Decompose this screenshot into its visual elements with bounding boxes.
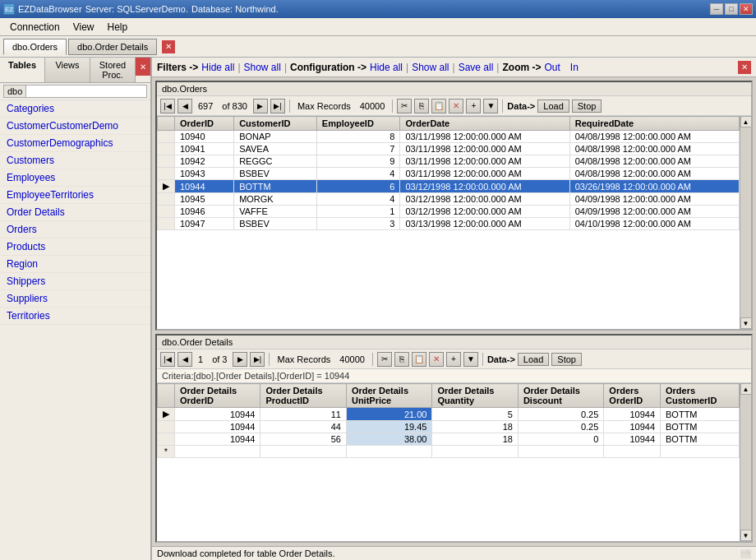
search-input[interactable] xyxy=(25,85,147,98)
cell-orderid: 10944 xyxy=(175,180,234,193)
maximize-button[interactable]: □ xyxy=(725,3,738,15)
zoom-in-link[interactable]: In xyxy=(570,62,579,73)
show-all-link[interactable]: Show all xyxy=(244,62,281,73)
table-row[interactable]: ▶ 10944 11 21.00 5 0.25 10944 BOTTM xyxy=(158,408,740,421)
det-nav-first-button[interactable]: |◀ xyxy=(160,352,175,367)
zoom-out-link[interactable]: Out xyxy=(544,62,560,73)
det-copy-icon[interactable]: ⎘ xyxy=(394,352,409,367)
title-bar: EZ EZDataBrowser Server: SQLServerDemo. … xyxy=(0,0,756,18)
tab-close-button[interactable]: ✕ xyxy=(162,40,175,53)
close-button[interactable]: ✕ xyxy=(740,3,753,15)
nav-prev-button[interactable]: ◀ xyxy=(177,99,192,113)
tab-order-details[interactable]: dbo.Order Details xyxy=(68,39,157,55)
max-label: Max Records xyxy=(294,101,354,111)
list-item[interactable]: Orders xyxy=(0,221,150,238)
orders-stop-button[interactable]: Stop xyxy=(572,100,602,113)
nav-last-button[interactable]: ▶| xyxy=(270,99,285,113)
cell-det-ord-orderid: 10944 xyxy=(604,408,661,421)
orders-scrollbar[interactable]: ▲ ▼ xyxy=(740,116,751,329)
filter-icon[interactable]: ▼ xyxy=(483,99,498,113)
cell-orderid: 10941 xyxy=(175,143,234,155)
tab-views[interactable]: Views xyxy=(45,58,90,82)
copy-icon[interactable]: ⎘ xyxy=(414,99,429,113)
det-filter-icon[interactable]: ▼ xyxy=(463,352,478,367)
table-row[interactable]: 10947 BSBEV 3 03/13/1998 12:00:00.000 AM… xyxy=(158,218,740,230)
panel-tabs: Tables Views Stored Proc. ✕ xyxy=(0,58,150,83)
cell-employeeid: 1 xyxy=(316,206,400,218)
det-add-icon[interactable]: + xyxy=(446,352,461,367)
orders-data-grid[interactable]: OrderID CustomerID EmployeeID OrderDate … xyxy=(157,116,740,329)
cell-det-orderid: 10944 xyxy=(175,421,260,433)
config-save-link[interactable]: Save all xyxy=(459,62,494,73)
panel-close-button[interactable]: ✕ xyxy=(136,58,150,76)
minimize-button[interactable]: ─ xyxy=(710,3,723,15)
table-row[interactable]: 10946 VAFFE 1 03/12/1998 12:00:00.000 AM… xyxy=(158,206,740,218)
list-item[interactable]: Products xyxy=(0,238,150,256)
cut-icon[interactable]: ✂ xyxy=(397,99,412,113)
det-scroll-up[interactable]: ▲ xyxy=(740,383,752,395)
row-indicator xyxy=(158,131,175,143)
tab-stored-proc[interactable]: Stored Proc. xyxy=(90,58,136,82)
details-data-grid[interactable]: Order DetailsOrderID Order DetailsProduc… xyxy=(157,383,740,541)
det-cut-icon[interactable]: ✂ xyxy=(377,352,392,367)
cell-customerid: BOTTM xyxy=(234,180,317,193)
tab-orders[interactable]: dbo.Orders xyxy=(3,39,67,55)
list-item[interactable]: Suppliers xyxy=(0,290,150,308)
tab-tables[interactable]: Tables xyxy=(0,58,45,82)
details-scrollbar[interactable]: ▲ ▼ xyxy=(740,383,751,541)
nav-next-button[interactable]: ▶ xyxy=(253,99,268,113)
list-item[interactable]: Shippers xyxy=(0,273,150,290)
det-nav-prev-button[interactable]: ◀ xyxy=(177,352,192,367)
details-thead: Order DetailsOrderID Order DetailsProduc… xyxy=(158,384,740,408)
cell-det-productid: 56 xyxy=(260,433,346,446)
hide-all-link[interactable]: Hide all xyxy=(201,62,234,73)
det-paste-icon[interactable]: 📋 xyxy=(412,352,426,367)
list-item[interactable]: Region xyxy=(0,256,150,273)
table-row[interactable]: 10940 BONAP 8 03/11/1998 12:00:00.000 AM… xyxy=(158,131,740,143)
scroll-up-arrow[interactable]: ▲ xyxy=(740,116,752,127)
list-item[interactable]: EmployeeTerritories xyxy=(0,187,150,204)
delete-icon[interactable]: ✕ xyxy=(449,99,463,113)
menu-view[interactable]: View xyxy=(67,20,101,35)
config-hide-link[interactable]: Hide all xyxy=(370,62,403,73)
filter-close-button[interactable]: ✕ xyxy=(738,61,751,74)
list-item[interactable]: Categories xyxy=(0,100,150,118)
det-scroll-down[interactable]: ▼ xyxy=(740,530,752,541)
orders-load-button[interactable]: Load xyxy=(537,100,569,113)
nav-first-button[interactable]: |◀ xyxy=(160,99,175,113)
scroll-down-arrow[interactable]: ▼ xyxy=(740,317,752,329)
table-row[interactable]: ▶ 10944 BOTTM 6 03/12/1998 12:00:00.000 … xyxy=(158,180,740,193)
det-data-label: Data-> xyxy=(487,354,515,364)
table-row[interactable]: 10943 BSBEV 4 03/11/1998 12:00:00.000 AM… xyxy=(158,168,740,180)
det-nav-next-button[interactable]: ▶ xyxy=(233,352,247,367)
table-row[interactable]: 10941 SAVEA 7 03/11/1998 12:00:00.000 AM… xyxy=(158,143,740,155)
det-delete-icon[interactable]: ✕ xyxy=(429,352,444,367)
details-grid-toolbar: |◀ ◀ 1 of 3 ▶ ▶| Max Records 40000 ✂ ⎘ 📋… xyxy=(157,349,751,369)
table-row[interactable]: 10945 MORGK 4 03/12/1998 12:00:00.000 AM… xyxy=(158,193,740,206)
det-max-value: 40000 xyxy=(336,354,368,364)
paste-icon[interactable]: 📋 xyxy=(431,99,446,113)
menu-connection[interactable]: Connection xyxy=(3,20,67,35)
details-stop-button[interactable]: Stop xyxy=(551,353,582,366)
orders-thead: OrderID CustomerID EmployeeID OrderDate … xyxy=(158,117,740,131)
config-show-link[interactable]: Show all xyxy=(412,62,449,73)
list-item[interactable]: Employees xyxy=(0,169,150,187)
new-row[interactable]: * xyxy=(158,446,740,458)
add-icon[interactable]: + xyxy=(466,99,481,113)
cell-customerid: BSBEV xyxy=(234,168,317,180)
details-load-button[interactable]: Load xyxy=(518,353,549,366)
table-row[interactable]: 10944 44 19.45 18 0.25 10944 BOTTM xyxy=(158,421,740,433)
table-row[interactable]: 10942 REGGC 9 03/11/1998 12:00:00.000 AM… xyxy=(158,155,740,168)
list-item[interactable]: Customers xyxy=(0,152,150,169)
det-indicator-header xyxy=(158,384,175,408)
cell-orderdate: 03/12/1998 12:00:00.000 AM xyxy=(400,180,569,193)
list-item[interactable]: CustomerDemographics xyxy=(0,135,150,152)
list-item[interactable]: Territories xyxy=(0,308,150,325)
list-item[interactable]: Order Details xyxy=(0,204,150,221)
list-item[interactable]: CustomerCustomerDemo xyxy=(0,118,150,135)
det-nav-last-button[interactable]: ▶| xyxy=(250,352,265,367)
table-row[interactable]: 10944 56 38.00 18 0 10944 BOTTM xyxy=(158,433,740,446)
orders-header-row: OrderID CustomerID EmployeeID OrderDate … xyxy=(158,117,740,131)
menu-help[interactable]: Help xyxy=(101,20,135,35)
status-bar: Download completed for table Order Detai… xyxy=(152,546,756,560)
